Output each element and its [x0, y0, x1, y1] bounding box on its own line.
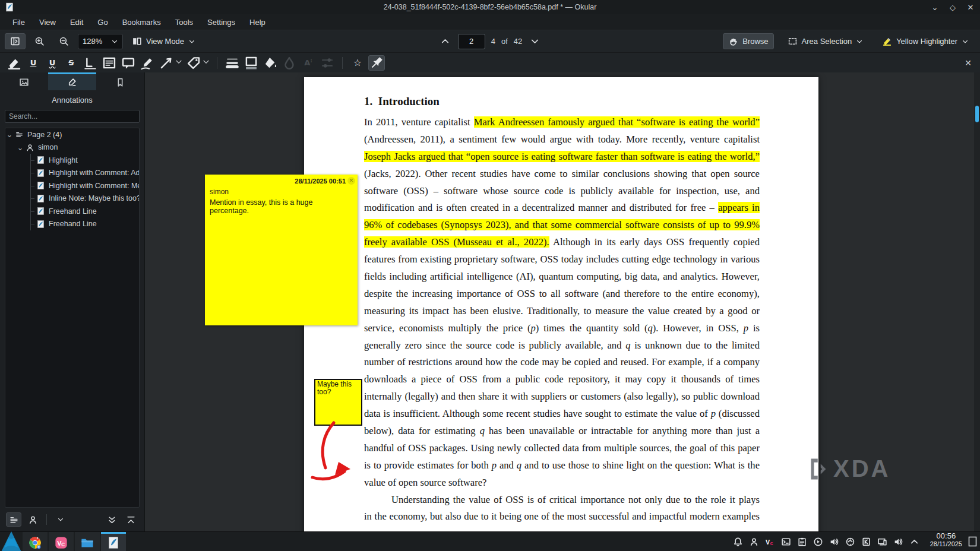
tree-guide	[27, 192, 35, 205]
show-desktop-button[interactable]	[967, 532, 978, 551]
popup-note-tool-button[interactable]	[120, 55, 137, 71]
expander-icon[interactable]: ⌄	[5, 130, 14, 139]
zoom-in-icon	[34, 36, 45, 46]
taskbar-app-launcher[interactable]	[0, 532, 23, 551]
group-by-author-button[interactable]	[25, 512, 40, 527]
tab-bookmarks[interactable]	[96, 72, 144, 90]
sticky-note-author: simon	[210, 188, 229, 196]
collapse-all-button[interactable]	[123, 512, 138, 527]
freehand-arrow-annotation[interactable]	[304, 418, 375, 486]
tray-vc-tray-icon[interactable]: Vc	[763, 534, 777, 549]
underline-tool-button[interactable]: U	[25, 55, 42, 71]
highlight-annotation[interactable]: Joseph Jacks argued that “open source is…	[364, 151, 760, 162]
tree-item-freehand-line[interactable]: Freehand Line	[5, 205, 139, 218]
menu-bookmarks[interactable]: Bookmarks	[116, 16, 167, 28]
maximize-button[interactable]: ◇	[948, 3, 957, 12]
menu-view[interactable]: View	[33, 16, 62, 28]
strikethrough-tool-button[interactable]: S	[63, 55, 80, 71]
pdf-text-line: data is insufficient. Although some rece…	[364, 406, 760, 423]
filter-dropdown-button[interactable]	[53, 512, 68, 527]
taskbar-okular[interactable]	[101, 532, 126, 551]
tray-keepass-icon[interactable]	[859, 534, 874, 549]
tree-guide	[27, 167, 35, 180]
sticky-note-annotation[interactable]: 28/11/2025 00:51 ✕ simon Mention in essa…	[205, 175, 358, 325]
yellow-highlighter-button[interactable]: Yellow Highlighter	[877, 33, 974, 49]
typewriter-tool-button[interactable]	[82, 55, 99, 71]
taskbar-chrome[interactable]	[23, 532, 48, 551]
taskbar-vc-app[interactable]: Vc	[49, 532, 74, 551]
expand-all-button[interactable]	[104, 512, 119, 527]
previous-page-button[interactable]	[439, 35, 452, 48]
next-page-button[interactable]	[528, 35, 541, 48]
tray-clipboard-icon[interactable]	[795, 534, 810, 549]
menu-help[interactable]: Help	[243, 16, 272, 28]
menu-edit[interactable]: Edit	[64, 16, 90, 28]
chevron-down-icon[interactable]	[175, 58, 183, 68]
pdf-text-line: generally zero since the source code is …	[364, 337, 760, 354]
document-view[interactable]: 1. Introduction In 2011, venture capital…	[145, 72, 980, 531]
tab-annotations[interactable]	[48, 72, 96, 90]
tray-notifications-icon[interactable]	[731, 534, 745, 549]
stamp-tool-button[interactable]	[185, 55, 202, 71]
tray-night-color-icon[interactable]	[843, 534, 858, 549]
favorite-tool-button[interactable]: ☆	[349, 55, 366, 71]
tray-media-player-icon[interactable]	[811, 534, 826, 549]
squiggly-underline-tool-button[interactable]: U	[44, 55, 61, 71]
doc-icon	[36, 220, 45, 229]
tray-audio-output-icon[interactable]	[892, 534, 906, 549]
zoom-in-button[interactable]	[29, 33, 50, 49]
tree-item-simon[interactable]: ⌄simon	[5, 141, 139, 154]
highlight-annotation[interactable]: Mark Andreessen famously argued that “so…	[474, 116, 760, 128]
tray-terminal-icon[interactable]	[779, 534, 794, 549]
tree-item-highlight-with-comment-men[interactable]: Highlight with Comment: Men...	[5, 179, 139, 192]
view-mode-button[interactable]: View Mode	[127, 33, 201, 49]
annotation-toolbar-close-icon[interactable]: ✕	[965, 58, 972, 68]
tray-volume-icon[interactable]	[827, 534, 842, 549]
area-selection-button[interactable]: Area Selection	[782, 33, 869, 49]
menu-tools[interactable]: Tools	[169, 16, 200, 28]
pdf-text-line: internally (legally) and then share it w…	[364, 388, 760, 406]
annotation-search-input[interactable]: Search...	[5, 110, 140, 123]
freehand-line-tool-button[interactable]	[139, 55, 156, 71]
zoom-out-button[interactable]	[53, 33, 74, 49]
chevron-down-icon[interactable]	[202, 58, 210, 68]
tray-user-switch-icon[interactable]	[747, 534, 761, 549]
zoom-level-combo[interactable]: 128%	[78, 34, 123, 49]
tree-item-inline-note-maybe-this-too[interactable]: Inline Note: Maybe this too?	[5, 192, 139, 205]
pin-tool-button[interactable]	[368, 55, 385, 71]
highlight-annotation[interactable]: appears in	[718, 202, 760, 213]
page-number-input[interactable]: 2	[458, 34, 485, 49]
expander-icon[interactable]: ⌄	[16, 143, 24, 152]
fill-color-tool-button[interactable]	[262, 55, 279, 71]
highlighter-tool-button[interactable]	[6, 55, 23, 71]
line-width-tool-button[interactable]	[224, 55, 241, 71]
inline-note-tool-button[interactable]	[101, 55, 118, 71]
menu-settings[interactable]: Settings	[201, 16, 242, 28]
menu-go[interactable]: Go	[91, 16, 114, 28]
menu-file[interactable]: File	[6, 16, 31, 28]
tree-item-freehand-line[interactable]: Freehand Line	[5, 218, 139, 231]
border-color-tool-button[interactable]	[243, 55, 260, 71]
tray-expand-tray-icon[interactable]	[908, 534, 922, 549]
highlight-annotation[interactable]: 96% of codebases (Synopsys 2023), and th…	[364, 219, 760, 230]
sticky-note-close-icon[interactable]: ✕	[347, 177, 355, 185]
close-button[interactable]: ✕	[966, 3, 975, 12]
tree-item-highlight[interactable]: Highlight	[5, 154, 139, 167]
tree-item-highlight-with-comment-add[interactable]: Highlight with Comment: Add ...	[5, 167, 139, 180]
browse-tool-button[interactable]: Browse	[723, 33, 773, 49]
minimize-button[interactable]: ⌄	[930, 3, 940, 12]
scrollbar-handle[interactable]	[975, 106, 979, 122]
pdf-text-line: Joseph Jacks argued that “open source is…	[364, 148, 760, 166]
straight-line-tool-button[interactable]	[158, 55, 175, 71]
highlight-annotation[interactable]: freely available OSS (Musseau et al., 20…	[364, 236, 549, 248]
toolbar-separator	[217, 57, 217, 69]
tab-thumbnails[interactable]	[0, 72, 48, 90]
sidebar-toggle-button[interactable]	[5, 33, 26, 49]
vertical-scrollbar[interactable]	[974, 72, 980, 531]
tree-item-page-2-4[interactable]: ⌄Page 2 (4)	[5, 128, 139, 141]
group-by-page-button[interactable]	[6, 512, 21, 527]
tray-kde-connect-icon[interactable]	[875, 534, 890, 549]
taskbar-file-manager[interactable]	[75, 532, 100, 551]
clock[interactable]: 00:56 28/11/2025	[925, 532, 967, 551]
arch-icon	[0, 530, 23, 551]
